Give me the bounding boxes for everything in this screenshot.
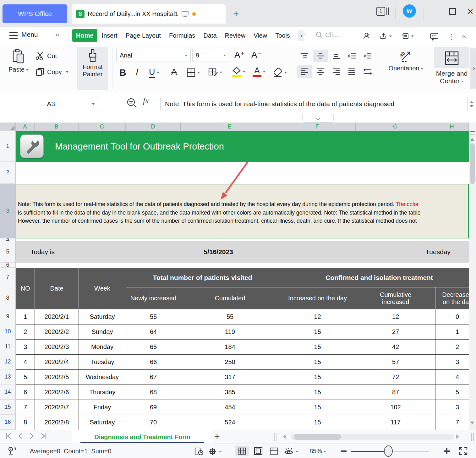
wrap-text-button[interactable] [360,65,375,78]
cell-C15[interactable]: Friday [79,400,126,415]
next-sheet-button[interactable] [28,432,35,440]
first-sheet-button[interactable] [4,432,13,440]
cell-H14[interactable]: 5 [435,385,469,400]
cell-B12[interactable]: 2020/2/4 [35,355,79,370]
row-header-14[interactable]: 14 [0,384,16,400]
cell-G15[interactable]: 102 [356,400,435,415]
new-tab-button[interactable]: + [233,8,239,20]
align-top-button[interactable] [297,50,312,62]
row-header-15[interactable]: 15 [0,400,16,415]
cell-C14[interactable]: Thursday [79,385,126,400]
cell-F13[interactable]: 15 [279,370,356,385]
cut-button[interactable]: Cut [35,52,57,60]
cell-E12[interactable]: 250 [181,355,279,370]
row-header-9[interactable]: 9 [0,309,16,324]
zoom-in-button-bar[interactable] [446,448,447,454]
minimize-button[interactable]: – [430,7,440,16]
row-header-12[interactable]: 12 [0,354,16,369]
scroll-right-arrow[interactable] [456,434,459,439]
horizontal-scroll-thumb[interactable] [294,434,341,440]
ribbon-tab-formulas[interactable]: Formulas [165,29,199,42]
sheet-tab-active[interactable]: Diagnonsis and Treatment Form [72,430,213,444]
scroll-left-arrow[interactable] [283,434,286,439]
cell-D9[interactable]: 55 [126,309,181,324]
add-sheet-button[interactable]: + [214,431,220,442]
cell-A14[interactable]: 6 [16,385,35,400]
eraser-button[interactable] [273,68,287,77]
zoom-slider-thumb[interactable] [384,445,393,457]
header-decreased-on-day[interactable]: Decreased on the day [435,287,469,309]
cell-E11[interactable]: 184 [181,340,279,355]
cell-B16[interactable]: 2020/2/8 [35,415,79,430]
cell-E9[interactable]: 55 [181,309,279,324]
cell-G16[interactable]: 117 [356,415,435,430]
header-group-visited[interactable]: Total number of patients visited [126,268,279,287]
font-size-select[interactable]: 9 [192,49,229,62]
align-middle-button[interactable] [313,50,328,62]
select-all-corner[interactable] [0,123,16,131]
format-painter-button[interactable]: Format Painter [77,47,108,90]
tabs-overflow-button[interactable] [298,30,304,41]
header-newly-increased[interactable]: Newly increased [126,287,181,309]
cell-F15[interactable]: 15 [279,400,356,415]
cell-A15[interactable]: 7 [16,400,35,415]
menu-button[interactable]: Menu [21,31,38,38]
cell-C16[interactable]: Saturday [79,415,126,430]
maximize-button[interactable] [449,8,456,15]
row-header-7[interactable]: 7 [0,268,16,287]
cell-D16[interactable]: 70 [126,415,181,430]
cell-G12[interactable]: 57 [356,355,435,370]
column-header-A[interactable]: A [16,123,35,131]
cell-C11[interactable]: Monday [79,340,126,355]
expand-formula-bar-button[interactable] [302,114,334,123]
cell-H12[interactable]: 3 [435,355,469,370]
paste-button[interactable]: Paste [8,49,30,73]
decrease-indent-button[interactable] [344,50,359,62]
zoom-slider-track-left[interactable] [351,451,386,452]
vertical-scrollbar[interactable] [469,123,476,430]
title-banner-cell[interactable]: Management Tool for Outbreak Protection [16,131,469,162]
ribbon-tab-home[interactable]: Home [72,29,97,42]
cell-G13[interactable]: 72 [356,370,435,385]
page-break-view-button[interactable] [267,446,281,456]
document-tab[interactable]: S Record of Daily...in XX Hospital1 [72,4,226,24]
split-handle-icon[interactable] [470,131,475,134]
more-options-icon[interactable]: ⋮ [447,32,455,41]
cell-C12[interactable]: Tuesday [79,355,126,370]
cell-D11[interactable]: 65 [126,340,181,355]
note-cell-a3[interactable]: Note: This form is used for real-time st… [16,184,469,238]
cell-A16[interactable]: 8 [16,415,35,430]
cell-A12[interactable]: 4 [16,355,35,370]
row-header-4[interactable]: 4 [0,238,16,241]
header-date[interactable]: Date [35,268,79,309]
collapse-ribbon-icon[interactable] [462,34,465,40]
row-header-11[interactable]: 11 [0,339,16,354]
header-increased-on-day[interactable]: Increased on the day [279,287,356,309]
vertical-scroll-thumb[interactable] [470,143,475,184]
row-header-16[interactable]: 16 [0,415,16,430]
cell-E15[interactable]: 454 [181,400,279,415]
underline-button[interactable]: U [149,67,159,78]
column-header-H[interactable]: H [435,123,469,131]
cell-A13[interactable]: 5 [16,370,35,385]
align-center-button[interactable] [313,65,328,78]
cell-F14[interactable]: 15 [279,385,356,400]
cell-C13[interactable]: Wednesday [79,370,126,385]
selection-statistics[interactable]: Average=0 Count=1 Sum=0 [30,444,111,458]
grid-settings-icon[interactable] [208,447,222,456]
cell-format-button[interactable] [208,67,222,77]
cell-D14[interactable]: 68 [126,385,181,400]
cell-G11[interactable]: 42 [356,340,435,355]
history-version-icon[interactable] [194,447,204,456]
align-bottom-button[interactable] [329,50,344,62]
cell-H15[interactable]: 3 [435,400,469,415]
cell-H9[interactable]: 0 [435,309,469,324]
last-sheet-button[interactable] [40,432,48,440]
merge-and-center-button[interactable]: Merge and Center [434,47,469,85]
today-row[interactable]: Today is 5/16/2023 Tuesday [16,241,469,263]
cell-E13[interactable]: 317 [181,370,279,385]
cell-H16[interactable]: 7 [435,415,469,430]
share-button[interactable] [380,32,392,40]
ribbon-tab-page-layout[interactable]: Page Layout [122,29,165,42]
cell-D15[interactable]: 69 [126,400,181,415]
